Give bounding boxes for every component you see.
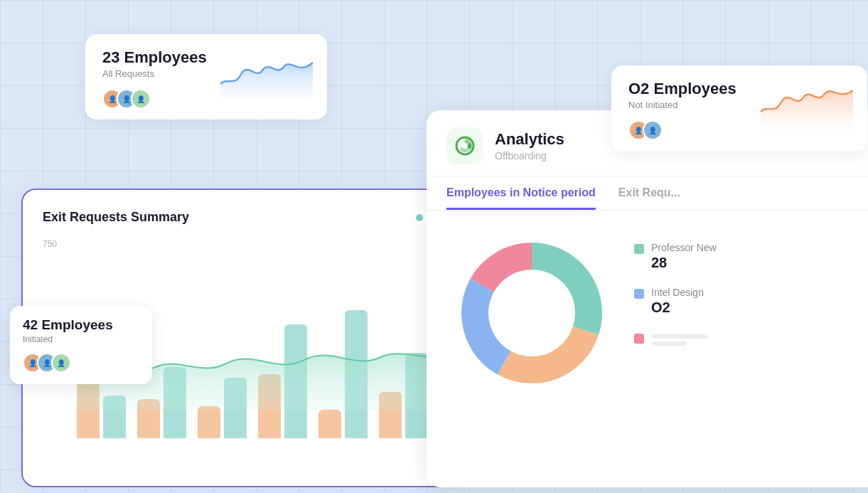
- legend-value-professor: 28: [651, 255, 717, 271]
- card-23-title: 23 Employees: [102, 48, 207, 67]
- svg-point-6: [491, 272, 573, 354]
- bar-group-6: [379, 353, 428, 438]
- legend-item-pink: [634, 332, 862, 346]
- bar-teal: [103, 396, 126, 438]
- analytics-panel: Analytics Offboarding Employees in Notic…: [427, 110, 868, 487]
- card-02-info: O2 Employees Not Initiated 👤 👤: [628, 80, 736, 140]
- analytics-icon: [454, 134, 476, 157]
- card-02-subtitle: Not Initiated: [628, 100, 736, 110]
- panel-left-header: Exit Requests Summary HR: [43, 210, 441, 225]
- bar-orange: [258, 374, 281, 438]
- bar-group-5: [318, 310, 368, 438]
- bar-orange: [77, 381, 100, 438]
- legend-color-green: [634, 244, 644, 254]
- bar-teal: [224, 378, 247, 438]
- donut-legend: Professor New 28 Intel Design O2: [634, 228, 862, 361]
- legend-bar-pink: [651, 334, 708, 339]
- analytics-subtitle: Offboarding: [495, 150, 564, 161]
- legend-item-details: Professor New 28: [651, 242, 717, 271]
- card-02-title: O2 Employees: [628, 80, 736, 98]
- bar-teal: [345, 310, 368, 438]
- bar-orange: [198, 406, 220, 438]
- card-23-avatars: 👤 👤 👤: [102, 89, 207, 109]
- legend-name-intel: Intel Design: [651, 287, 704, 298]
- card-23-employees: 23 Employees All Requests 👤 👤 👤: [85, 34, 327, 120]
- tab-notice-period[interactable]: Employees in Notice period: [446, 176, 596, 210]
- panel-left-title: Exit Requests Summary: [43, 210, 189, 225]
- bar-group-4: [258, 324, 307, 438]
- sparkline-chart: [220, 48, 313, 98]
- legend-value-intel: O2: [651, 299, 704, 316]
- bar-teal: [164, 367, 186, 438]
- card-42-title: 42 Employees: [23, 317, 139, 333]
- legend-item-details-intel: Intel Design O2: [651, 287, 704, 316]
- analytics-icon-bg: [446, 127, 483, 164]
- card-42-employees: 42 Employees Initiated 👤 👤 👤: [10, 306, 152, 384]
- analytics-title: Analytics: [495, 130, 564, 149]
- avatar: 👤: [643, 120, 663, 140]
- svg-point-1: [462, 143, 468, 149]
- card-42-subtitle: Initiated: [23, 334, 139, 344]
- analytics-titles: Analytics Offboarding: [495, 130, 564, 161]
- bar-orange: [379, 392, 402, 438]
- card-23-subtitle: All Requests: [102, 68, 207, 79]
- legend-item-intel: Intel Design O2: [634, 287, 862, 316]
- donut-chart-container: [446, 228, 617, 398]
- legend-name-professor: Professor New: [651, 242, 717, 253]
- sparkline-chart-orange: [761, 80, 853, 129]
- avatar: 👤: [51, 353, 71, 373]
- legend-item-professor: Professor New 28: [634, 242, 862, 271]
- bar-teal: [284, 324, 307, 438]
- analytics-content: Professor New 28 Intel Design O2: [427, 211, 868, 415]
- card-02-avatars: 👤 👤: [628, 120, 736, 140]
- bar-group-3: [198, 378, 247, 438]
- bar-group-1: [77, 381, 126, 438]
- y-label-750: 750: [43, 239, 57, 249]
- bar-orange: [137, 399, 160, 438]
- bar-teal: [405, 353, 428, 438]
- card-23-info: 23 Employees All Requests 👤 👤 👤: [102, 48, 207, 109]
- card-42-avatars: 👤 👤 👤: [23, 353, 139, 373]
- legend-color-pink: [634, 334, 644, 344]
- legend-dot-teal: [416, 214, 423, 221]
- legend-item-details-pink: [651, 332, 708, 346]
- analytics-tabs: Employees in Notice period Exit Requ...: [427, 176, 868, 211]
- bar-orange: [318, 410, 341, 438]
- tab-exit-requests[interactable]: Exit Requ...: [618, 176, 680, 210]
- donut-chart: [446, 228, 617, 398]
- legend-color-blue: [634, 289, 644, 299]
- card-02-employees: O2 Employees Not Initiated 👤 👤: [611, 65, 867, 151]
- avatar: 👤: [131, 89, 151, 109]
- legend-bar-pink-2: [651, 341, 687, 346]
